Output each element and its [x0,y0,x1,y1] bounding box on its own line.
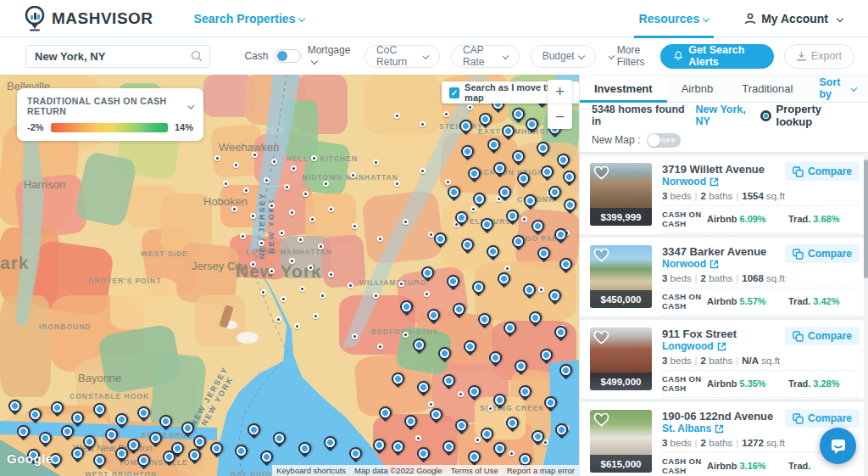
export-button[interactable]: Export [784,44,854,69]
compare-button[interactable]: Compare [785,409,860,428]
map-pin-marker[interactable] [48,399,66,417]
map-dot-marker[interactable] [271,159,277,165]
map-dot-marker[interactable] [303,191,309,197]
map-dot-marker[interactable] [308,265,314,271]
location-search-box[interactable] [25,45,210,68]
coc-return-filter[interactable]: CoC Return [364,45,440,68]
property-photo[interactable]: $399,999 [590,163,652,226]
tab-airbnb[interactable]: Airbnb [667,75,728,102]
map-dot-marker[interactable] [509,451,515,456]
map-pin-marker[interactable] [347,445,364,462]
map-pin-marker[interactable] [561,196,579,214]
map-dot-marker[interactable] [487,406,493,412]
map-pin-marker[interactable] [440,372,458,389]
map-pin-marker[interactable] [415,445,432,462]
map-dot-marker[interactable] [521,216,527,222]
map-pin-marker[interactable] [26,406,44,423]
map-dot-marker[interactable] [443,111,449,117]
map-dot-marker[interactable] [504,266,510,272]
map-dot-marker[interactable] [352,333,358,339]
map-dot-marker[interactable] [299,286,305,292]
map-pin-marker[interactable] [427,406,445,423]
map-pin-marker[interactable] [487,349,504,367]
map-dot-marker[interactable] [373,160,379,165]
property-card[interactable]: $499,000 911 Fox Street Longwood 3 beds|… [580,320,868,399]
map-pin-marker[interactable] [529,217,547,235]
map-pin-marker[interactable] [91,400,108,418]
search-input[interactable] [35,50,191,63]
map-pin-marker[interactable] [546,183,564,201]
cash-mortgage-toggle[interactable] [275,49,300,63]
map-pin-marker[interactable] [501,319,519,337]
report-map-error-link[interactable]: Report a map error [503,465,579,476]
scrollbar-track[interactable] [864,153,868,476]
map-pin-marker[interactable] [557,361,575,379]
map-dot-marker[interactable] [420,168,426,174]
map-dot-marker[interactable] [252,152,258,158]
map-pin-marker[interactable] [504,414,521,432]
map-pin-marker[interactable] [537,346,555,364]
map-pin-marker[interactable] [478,216,496,233]
map-dot-marker[interactable] [284,184,290,190]
map-pin-marker[interactable] [552,323,570,341]
mashvisor-logo[interactable]: MASHVISOR [24,6,153,31]
map-pin-marker[interactable] [69,409,86,427]
map-dot-marker[interactable] [542,440,548,445]
nav-search-properties[interactable]: Search Properties [194,12,305,25]
map-pin-marker[interactable] [440,438,458,456]
cap-rate-filter[interactable]: CAP Rate [451,45,520,68]
map-pin-marker[interactable] [485,136,503,154]
map-pin-marker[interactable] [535,244,553,262]
map-pin-marker[interactable] [465,165,483,182]
map-dot-marker[interactable] [231,206,237,212]
property-card[interactable]: $399,999 3719 Willett Avenue Norwood 3 b… [580,155,868,234]
map-dot-marker[interactable] [328,206,334,212]
map-pin-marker[interactable] [459,236,476,254]
map-pin-marker[interactable] [376,404,394,422]
map-dot-marker[interactable] [311,155,317,161]
map-pin-marker[interactable] [419,264,437,282]
map-pin-marker[interactable] [6,397,24,415]
map-pin-marker[interactable] [436,344,453,362]
mortgage-dropdown[interactable]: Mortgage [308,44,353,68]
map-pin-marker[interactable] [515,170,532,188]
property-photo[interactable]: $450,000 [590,245,652,308]
map-pin-marker[interactable] [370,436,388,454]
map-dot-marker[interactable] [424,291,430,297]
new-map-toggle[interactable]: OFF [647,133,681,148]
map-dot-marker[interactable] [289,210,295,216]
compare-button[interactable]: Compare [785,327,860,345]
map-dot-marker[interactable] [403,332,409,338]
map-dot-marker[interactable] [264,177,270,183]
map-dot-marker[interactable] [250,261,256,267]
map-pin-marker[interactable] [553,421,570,439]
map-pin-marker[interactable] [557,255,575,273]
map-dot-marker[interactable] [309,216,315,222]
map-pin-marker[interactable] [509,232,527,250]
map-dot-marker[interactable] [318,244,324,249]
map-pin-marker[interactable] [520,281,538,299]
map-pin-marker[interactable] [245,421,263,439]
map-pin-marker[interactable] [450,300,468,318]
map-pin-marker[interactable] [402,412,420,430]
favorite-heart-icon[interactable] [593,412,609,427]
favorite-heart-icon[interactable] [593,165,609,180]
map-dot-marker[interactable] [377,236,383,242]
map-dot-marker[interactable] [348,283,353,288]
map-pin-marker[interactable] [476,311,493,328]
get-search-alerts-button[interactable]: Get Search Alerts [660,44,774,69]
map-pin-marker[interactable] [465,448,483,466]
map-pin-marker[interactable] [476,110,494,128]
map-pin-marker[interactable] [526,309,544,327]
map-pin-marker[interactable] [270,429,288,447]
map-dot-marker[interactable] [259,240,264,246]
zoom-in-button[interactable]: + [548,80,572,104]
map-canvas[interactable]: BellevilleKearnyHarrisonarkIRONBOUNDDROY… [0,75,579,476]
map-pin-marker[interactable] [431,230,449,248]
map-pin-marker[interactable] [495,270,513,288]
map-dot-marker[interactable] [294,323,300,329]
map-pin-marker[interactable] [453,417,470,434]
map-pin-marker[interactable] [36,429,54,447]
map-dot-marker[interactable] [538,287,544,293]
map-pin-marker[interactable] [58,423,76,440]
